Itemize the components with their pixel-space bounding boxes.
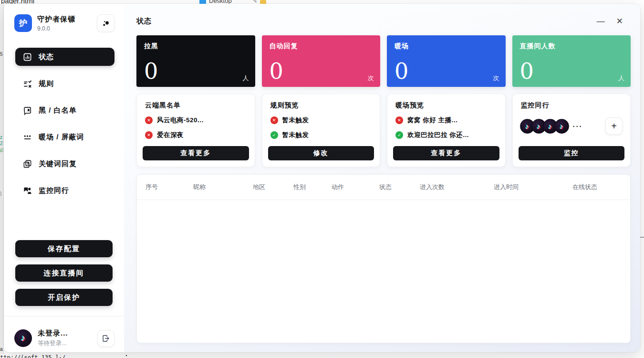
desktop-screen: pager.html Desktop ✎ 5 z 2 白 ) a ttp://(… — [0, 0, 644, 358]
list-item: ✕ 风云电商-520... — [145, 116, 249, 125]
column-header-gender: 性别 — [293, 183, 332, 191]
checklist-icon — [23, 79, 32, 88]
sidebar-item-warmup-blocked-words[interactable]: 暖场 / 屏蔽词 — [15, 128, 114, 146]
stat-label: 拉黑 — [144, 42, 158, 51]
keyword-reply-icon: A — [23, 159, 32, 168]
tiktok-note-icon: ♪ — [560, 122, 563, 130]
main-header: 状态 — ✕ — [136, 13, 631, 29]
connect-liveroom-button[interactable]: 连接直播间 — [15, 264, 113, 282]
more-peers-ellipsis: ··· — [573, 122, 583, 130]
sidebar-item-status[interactable]: 状态 — [15, 48, 114, 66]
view-more-button[interactable]: 查看更多 — [143, 146, 249, 160]
sidebar-item-rules[interactable]: 规则 — [15, 74, 114, 93]
column-header-index: 序号 — [137, 183, 193, 191]
view-more-button[interactable]: 查看更多 — [393, 146, 499, 160]
sidebar-item-label: 规则 — [39, 79, 54, 88]
stat-card-auto-reply: 自动回复 0 次 — [262, 35, 381, 87]
rule-status: 暂未触发 — [282, 131, 309, 139]
column-header-entry-count: 进入次数 — [420, 183, 494, 191]
left-fragment: 2 — [0, 141, 3, 146]
peer-avatars-row: ♪ ♪ ♪ ♪ ··· + — [520, 117, 625, 135]
user-avatar-tiktok: ♪ — [14, 329, 32, 347]
warmup-message: 欢迎巴拉巴拉 你还... — [407, 131, 469, 139]
stat-label: 暖场 — [395, 42, 409, 51]
sidebar-item-label: 状态 — [39, 53, 54, 62]
column-header-online-status: 在线状态 — [572, 183, 597, 191]
blacklist-whitelist-icon — [23, 106, 32, 115]
sidebar: 护 守护者保镖 9.0.0 — [4, 4, 124, 352]
enable-protection-button[interactable]: 开启保护 — [15, 289, 113, 306]
left-fragment: 5 — [0, 52, 3, 57]
sidebar-item-monitor-peers[interactable]: 监控同行 — [15, 181, 114, 200]
left-fragment: ) — [0, 191, 1, 196]
blacklist-entry: 风云电商-520... — [157, 116, 204, 125]
card-monitor-peers: 监控同行 ♪ ♪ ♪ ♪ ··· + 监控 — [512, 94, 631, 167]
minimize-button[interactable]: — — [597, 17, 605, 25]
rule-status: 暂未触发 — [282, 116, 309, 125]
user-name: 未登录... — [38, 329, 97, 338]
table-header-row: 序号 昵称 地区 性别 动作 状态 进入次数 进入时间 在线状态 — [137, 175, 630, 200]
stat-label: 直播间人数 — [520, 42, 556, 51]
error-circle-icon: ✕ — [270, 116, 278, 124]
stat-unit: 次 — [493, 74, 499, 83]
column-header-region: 地区 — [253, 183, 293, 191]
user-login-status: 等待登录... — [38, 339, 97, 347]
sidebar-item-black-white-list[interactable]: 黑 / 白名单 — [15, 101, 114, 119]
stat-value: 0 — [270, 59, 283, 84]
stat-card-room-count: 直播间人数 0 人 — [512, 35, 631, 87]
user-section: ♪ 未登录... 等待登录... — [4, 316, 124, 352]
chart-column-icon — [23, 53, 32, 62]
list-item: ✕ 暂未触发 — [270, 116, 374, 125]
sidebar-actions: 保存配置 连接直播间 开启保护 — [4, 240, 124, 313]
success-circle-icon: ✓ — [270, 131, 278, 139]
left-fragment: z — [0, 135, 2, 140]
list-item: ✕ 窝窝 你好 主播... — [395, 116, 499, 125]
blacklist-entry: 爱在深夜 — [157, 131, 184, 139]
background-status-url: ttp://(soft 135 ]·/ — [0, 354, 65, 358]
background-scrollbar-dash — [640, 237, 644, 238]
error-circle-icon: ✕ — [145, 131, 153, 139]
yellow-folder-icon — [260, 0, 266, 4]
table-body-empty — [137, 200, 630, 343]
card-title: 监控同行 — [521, 101, 625, 110]
stat-unit: 次 — [368, 74, 374, 83]
error-circle-icon: ✕ — [395, 116, 403, 124]
svg-text:A: A — [27, 161, 30, 166]
list-item: ✓ 暂未触发 — [270, 131, 374, 139]
stat-unit: 人 — [618, 74, 624, 83]
stat-value: 0 — [395, 59, 408, 84]
error-circle-icon: ✕ — [145, 116, 153, 124]
tiktok-note-icon: ♪ — [537, 122, 540, 130]
warmup-message: 窝窝 你好 主播... — [407, 116, 457, 125]
column-header-status: 状态 — [379, 183, 420, 191]
list-item: ✕ 爱在深夜 — [145, 131, 249, 139]
card-title: 暖场预览 — [395, 101, 499, 110]
app-window: 护 守护者保镖 9.0.0 — [4, 4, 640, 352]
sidebar-item-keyword-reply[interactable]: A 关键词回复 — [15, 155, 114, 173]
add-peer-button[interactable]: + — [605, 117, 623, 135]
sidebar-item-label: 暖场 / 屏蔽词 — [39, 133, 84, 142]
app-logo: 护 — [14, 14, 32, 32]
tiktok-note-icon: ♪ — [525, 122, 529, 130]
close-button[interactable]: ✕ — [616, 17, 623, 25]
column-header-entry-time: 进入时间 — [494, 183, 572, 191]
info-cards-row: 云端黑名单 ✕ 风云电商-520... ✕ 爱在深夜 查看更多 规则预览 ✕ — [136, 94, 631, 167]
monitor-peers-icon — [23, 186, 32, 195]
assistant-dots-button[interactable] — [97, 14, 114, 32]
logout-icon — [102, 334, 110, 343]
tiktok-note-icon: ♪ — [21, 333, 25, 343]
modify-button[interactable]: 修改 — [268, 146, 374, 160]
left-fragment: a — [0, 347, 3, 352]
page-title: 状态 — [136, 17, 152, 26]
blocked-words-icon — [23, 133, 32, 142]
logout-button[interactable] — [97, 330, 114, 347]
card-title: 云端黑名单 — [145, 101, 249, 110]
save-config-button[interactable]: 保存配置 — [15, 240, 113, 257]
dots-icon — [101, 19, 111, 28]
stat-card-warmup: 暖场 0 次 — [387, 35, 506, 87]
monitor-button[interactable]: 监控 — [519, 146, 625, 160]
column-header-action: 动作 — [332, 183, 379, 191]
column-header-nickname: 昵称 — [193, 183, 253, 191]
app-version: 9.0.0 — [37, 25, 97, 32]
sidebar-menu: 状态 规则 黑 / 白名单 — [4, 48, 124, 208]
